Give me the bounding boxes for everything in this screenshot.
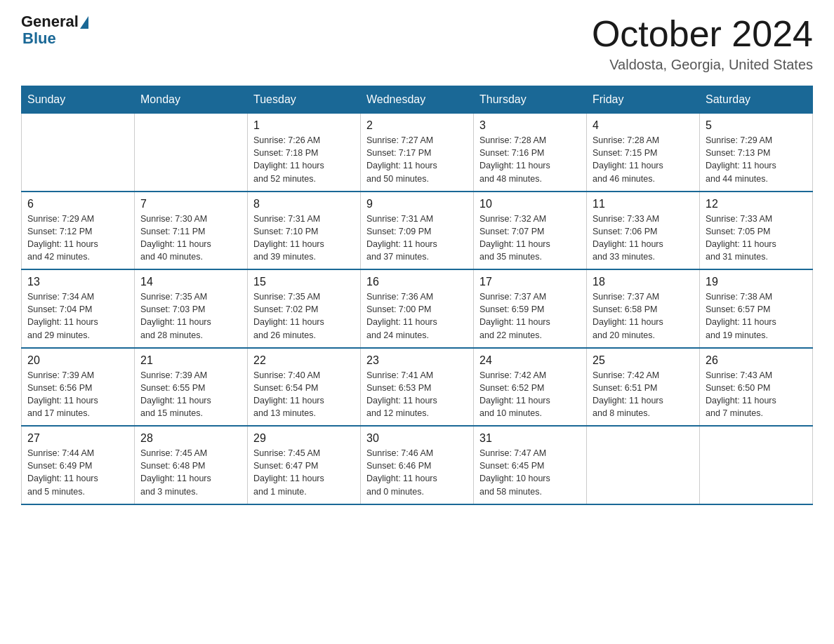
weekday-header-wednesday: Wednesday: [361, 86, 474, 114]
day-info: Sunrise: 7:43 AMSunset: 6:50 PMDaylight:…: [706, 369, 807, 420]
day-cell: 31Sunrise: 7:47 AMSunset: 6:45 PMDayligh…: [474, 426, 587, 504]
day-cell: 29Sunrise: 7:45 AMSunset: 6:47 PMDayligh…: [248, 426, 361, 504]
day-cell: 8Sunrise: 7:31 AMSunset: 7:10 PMDaylight…: [248, 192, 361, 270]
day-cell: 27Sunrise: 7:44 AMSunset: 6:49 PMDayligh…: [22, 426, 135, 504]
weekday-header-thursday: Thursday: [474, 86, 587, 114]
day-cell: [22, 114, 135, 192]
day-info: Sunrise: 7:39 AMSunset: 6:55 PMDaylight:…: [140, 369, 241, 420]
day-info: Sunrise: 7:39 AMSunset: 6:56 PMDaylight:…: [27, 369, 128, 420]
weekday-header-row: SundayMondayTuesdayWednesdayThursdayFrid…: [22, 86, 813, 114]
day-info: Sunrise: 7:34 AMSunset: 7:04 PMDaylight:…: [27, 290, 128, 342]
day-info: Sunrise: 7:36 AMSunset: 7:00 PMDaylight:…: [366, 290, 468, 342]
day-info: Sunrise: 7:28 AMSunset: 7:16 PMDaylight:…: [479, 134, 581, 185]
calendar-header: SundayMondayTuesdayWednesdayThursdayFrid…: [22, 86, 813, 114]
day-cell: 22Sunrise: 7:40 AMSunset: 6:54 PMDayligh…: [248, 348, 361, 427]
day-info: Sunrise: 7:31 AMSunset: 7:09 PMDaylight:…: [366, 213, 468, 264]
day-number: 12: [706, 198, 807, 210]
day-cell: 20Sunrise: 7:39 AMSunset: 6:56 PMDayligh…: [22, 348, 135, 427]
day-info: Sunrise: 7:46 AMSunset: 6:46 PMDaylight:…: [366, 447, 468, 498]
weekday-header-tuesday: Tuesday: [248, 86, 361, 114]
day-cell: 30Sunrise: 7:46 AMSunset: 6:46 PMDayligh…: [361, 426, 474, 504]
day-number: 7: [140, 198, 241, 210]
day-cell: 19Sunrise: 7:38 AMSunset: 6:57 PMDayligh…: [700, 269, 813, 348]
day-info: Sunrise: 7:26 AMSunset: 7:18 PMDaylight:…: [253, 134, 355, 185]
day-cell: 7Sunrise: 7:30 AMSunset: 7:11 PMDaylight…: [135, 192, 248, 270]
week-row-5: 27Sunrise: 7:44 AMSunset: 6:49 PMDayligh…: [22, 426, 813, 504]
day-number: 26: [706, 354, 807, 367]
day-cell: 25Sunrise: 7:42 AMSunset: 6:51 PMDayligh…: [587, 348, 700, 427]
day-info: Sunrise: 7:35 AMSunset: 7:02 PMDaylight:…: [253, 290, 355, 342]
day-info: Sunrise: 7:45 AMSunset: 6:47 PMDaylight:…: [253, 447, 355, 498]
day-number: 5: [706, 119, 807, 132]
week-row-3: 13Sunrise: 7:34 AMSunset: 7:04 PMDayligh…: [22, 269, 813, 348]
day-cell: 15Sunrise: 7:35 AMSunset: 7:02 PMDayligh…: [248, 269, 361, 348]
day-cell: 11Sunrise: 7:33 AMSunset: 7:06 PMDayligh…: [587, 192, 700, 270]
day-number: 21: [140, 354, 241, 367]
day-number: 8: [253, 198, 355, 210]
calendar-table: SundayMondayTuesdayWednesdayThursdayFrid…: [21, 86, 813, 505]
day-info: Sunrise: 7:37 AMSunset: 6:58 PMDaylight:…: [593, 290, 694, 342]
weekday-header-sunday: Sunday: [22, 86, 135, 114]
weekday-header-saturday: Saturday: [700, 86, 813, 114]
day-number: 6: [27, 198, 128, 210]
day-number: 1: [253, 119, 355, 132]
day-info: Sunrise: 7:42 AMSunset: 6:52 PMDaylight:…: [479, 369, 581, 420]
day-cell: 26Sunrise: 7:43 AMSunset: 6:50 PMDayligh…: [700, 348, 813, 427]
week-row-2: 6Sunrise: 7:29 AMSunset: 7:12 PMDaylight…: [22, 192, 813, 270]
day-cell: 13Sunrise: 7:34 AMSunset: 7:04 PMDayligh…: [22, 269, 135, 348]
day-cell: 23Sunrise: 7:41 AMSunset: 6:53 PMDayligh…: [361, 348, 474, 427]
day-number: 30: [366, 432, 468, 445]
day-number: 4: [593, 119, 694, 132]
day-cell: 21Sunrise: 7:39 AMSunset: 6:55 PMDayligh…: [135, 348, 248, 427]
day-cell: 5Sunrise: 7:29 AMSunset: 7:13 PMDaylight…: [700, 114, 813, 192]
week-row-1: 1Sunrise: 7:26 AMSunset: 7:18 PMDaylight…: [22, 114, 813, 192]
weekday-header-monday: Monday: [135, 86, 248, 114]
day-number: 2: [366, 119, 468, 132]
day-cell: 18Sunrise: 7:37 AMSunset: 6:58 PMDayligh…: [587, 269, 700, 348]
day-cell: [587, 426, 700, 504]
day-number: 17: [479, 276, 581, 288]
day-info: Sunrise: 7:40 AMSunset: 6:54 PMDaylight:…: [253, 369, 355, 420]
day-cell: 14Sunrise: 7:35 AMSunset: 7:03 PMDayligh…: [135, 269, 248, 348]
day-cell: 4Sunrise: 7:28 AMSunset: 7:15 PMDaylight…: [587, 114, 700, 192]
day-info: Sunrise: 7:28 AMSunset: 7:15 PMDaylight:…: [593, 134, 694, 185]
day-cell: 17Sunrise: 7:37 AMSunset: 6:59 PMDayligh…: [474, 269, 587, 348]
day-number: 19: [706, 276, 807, 288]
day-info: Sunrise: 7:31 AMSunset: 7:10 PMDaylight:…: [253, 213, 355, 264]
day-cell: 2Sunrise: 7:27 AMSunset: 7:17 PMDaylight…: [361, 114, 474, 192]
day-cell: [135, 114, 248, 192]
day-number: 9: [366, 198, 468, 210]
day-number: 16: [366, 276, 468, 288]
page-header: General Blue October 2024 Valdosta, Geor…: [21, 14, 813, 73]
weekday-header-friday: Friday: [587, 86, 700, 114]
calendar-body: 1Sunrise: 7:26 AMSunset: 7:18 PMDaylight…: [22, 114, 813, 504]
location-title: Valdosta, Georgia, United States: [592, 57, 813, 73]
day-info: Sunrise: 7:27 AMSunset: 7:17 PMDaylight:…: [366, 134, 468, 185]
day-info: Sunrise: 7:29 AMSunset: 7:12 PMDaylight:…: [27, 213, 128, 264]
day-number: 28: [140, 432, 241, 445]
logo: General Blue: [21, 14, 88, 48]
day-number: 27: [27, 432, 128, 445]
day-cell: 12Sunrise: 7:33 AMSunset: 7:05 PMDayligh…: [700, 192, 813, 270]
day-info: Sunrise: 7:33 AMSunset: 7:06 PMDaylight:…: [593, 213, 694, 264]
day-cell: 3Sunrise: 7:28 AMSunset: 7:16 PMDaylight…: [474, 114, 587, 192]
day-info: Sunrise: 7:42 AMSunset: 6:51 PMDaylight:…: [593, 369, 694, 420]
day-cell: 9Sunrise: 7:31 AMSunset: 7:09 PMDaylight…: [361, 192, 474, 270]
day-number: 22: [253, 354, 355, 367]
day-info: Sunrise: 7:32 AMSunset: 7:07 PMDaylight:…: [479, 213, 581, 264]
day-number: 25: [593, 354, 694, 367]
day-info: Sunrise: 7:41 AMSunset: 6:53 PMDaylight:…: [366, 369, 468, 420]
day-cell: 16Sunrise: 7:36 AMSunset: 7:00 PMDayligh…: [361, 269, 474, 348]
month-title: October 2024: [592, 14, 813, 54]
day-number: 20: [27, 354, 128, 367]
day-number: 23: [366, 354, 468, 367]
day-info: Sunrise: 7:29 AMSunset: 7:13 PMDaylight:…: [706, 134, 807, 185]
day-info: Sunrise: 7:33 AMSunset: 7:05 PMDaylight:…: [706, 213, 807, 264]
day-number: 13: [27, 276, 128, 288]
day-number: 10: [479, 198, 581, 210]
logo-general-text: General: [21, 14, 79, 29]
logo-blue-text: Blue: [22, 29, 56, 48]
day-cell: 10Sunrise: 7:32 AMSunset: 7:07 PMDayligh…: [474, 192, 587, 270]
day-info: Sunrise: 7:44 AMSunset: 6:49 PMDaylight:…: [27, 447, 128, 498]
day-cell: 1Sunrise: 7:26 AMSunset: 7:18 PMDaylight…: [248, 114, 361, 192]
